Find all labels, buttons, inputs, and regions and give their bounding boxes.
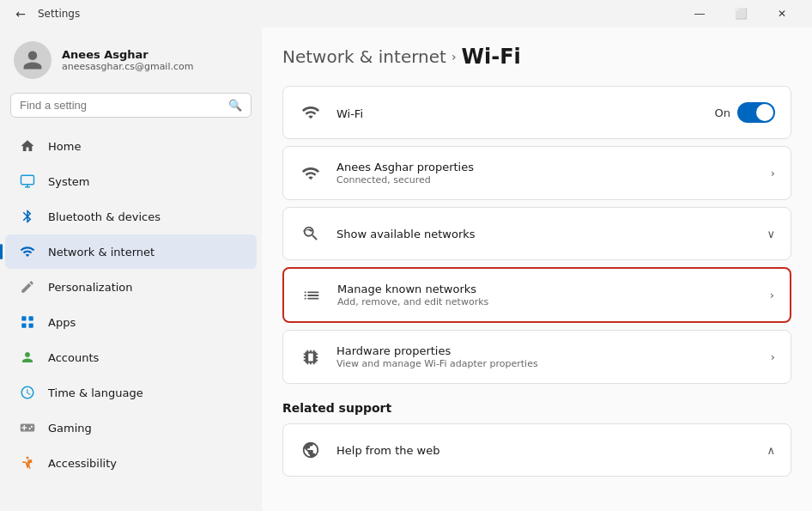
sidebar-item-system[interactable]: System	[5, 164, 257, 198]
wifi-icon	[299, 100, 323, 125]
wifi-card: Wi-Fi On	[282, 86, 791, 139]
show-available-row[interactable]: Show available networks ∨	[283, 208, 791, 259]
sidebar-item-label: Personalization	[48, 281, 133, 294]
svg-rect-3	[21, 324, 26, 328]
sidebar-item-network[interactable]: Network & internet	[5, 234, 257, 269]
home-icon	[19, 137, 36, 155]
sidebar-item-personalization[interactable]: Personalization	[5, 270, 257, 304]
show-available-text: Show available networks	[336, 228, 753, 240]
search-box[interactable]: 🔍	[10, 93, 251, 118]
manage-known-text: Manage known networks Add, remove, and e…	[337, 283, 756, 307]
svg-rect-1	[21, 316, 26, 320]
manage-known-card: Manage known networks Add, remove, and e…	[282, 267, 791, 323]
minimize-button[interactable]: —	[680, 0, 719, 27]
globe-icon	[299, 438, 323, 462]
time-icon	[19, 384, 36, 401]
bluetooth-icon	[19, 208, 36, 225]
hardware-props-row[interactable]: Hardware properties View and manage Wi-F…	[283, 331, 791, 383]
page-title: Wi-Fi	[462, 45, 521, 69]
gaming-icon	[19, 419, 36, 436]
wifi-row[interactable]: Wi-Fi On	[283, 87, 791, 138]
search-input[interactable]	[20, 99, 221, 112]
sidebar-item-label: Gaming	[48, 422, 92, 435]
system-icon	[19, 173, 36, 190]
svg-rect-2	[29, 316, 33, 320]
network-icon	[19, 243, 36, 260]
app-body: Anees Asghar aneesasghar.cs@gmail.com 🔍 …	[0, 27, 812, 511]
chevron-down-icon: ∨	[767, 228, 775, 240]
sidebar-item-apps[interactable]: Apps	[5, 305, 257, 339]
sidebar-item-gaming[interactable]: Gaming	[5, 411, 257, 445]
toggle-track[interactable]	[737, 102, 775, 123]
anees-properties-text: Anees Asghar properties Connected, secur…	[336, 161, 757, 186]
manage-known-row[interactable]: Manage known networks Add, remove, and e…	[284, 269, 790, 321]
avatar	[14, 41, 52, 79]
wifi-title: Wi-Fi	[336, 105, 701, 121]
chevron-right-icon: ›	[771, 167, 775, 179]
apps-icon	[19, 313, 36, 331]
user-name: Anees Asghar	[62, 48, 193, 61]
search-icon: 🔍	[228, 99, 242, 112]
list-icon	[300, 283, 324, 307]
personalization-icon	[19, 278, 36, 295]
app-title: Settings	[38, 8, 80, 20]
user-section: Anees Asghar aneesasghar.cs@gmail.com	[0, 27, 262, 93]
chevron-right-icon: ›	[771, 350, 775, 363]
sidebar-nav: Home System Bluetooth & devices Network …	[0, 128, 262, 511]
sidebar-item-label: Network & internet	[48, 246, 155, 259]
help-web-row[interactable]: Help from the web ∧	[283, 424, 791, 476]
user-email: aneesasghar.cs@gmail.com	[62, 61, 193, 72]
maximize-button[interactable]: ⬜	[721, 0, 760, 27]
main-content: Network & internet › Wi-Fi Wi-Fi On	[262, 27, 812, 511]
hardware-properties-card: Hardware properties View and manage Wi-F…	[282, 330, 791, 384]
chevron-right-icon: ›	[770, 289, 774, 301]
back-button[interactable]: ←	[10, 3, 31, 24]
sidebar-item-time[interactable]: Time & language	[5, 375, 257, 410]
close-button[interactable]: ✕	[762, 0, 802, 27]
toggle-label: On	[715, 106, 730, 119]
sidebar-item-label: Accounts	[48, 351, 99, 364]
svg-point-5	[27, 457, 29, 459]
wifi-toggle[interactable]: On	[715, 102, 775, 123]
wifi-secure-icon	[299, 161, 323, 186]
svg-rect-0	[21, 175, 34, 185]
help-web-text: Help from the web	[336, 444, 753, 457]
show-available-card: Show available networks ∨	[282, 207, 791, 260]
chevron-up-icon: ∧	[767, 444, 775, 457]
connected-network-card: Anees Asghar properties Connected, secur…	[282, 146, 791, 200]
sidebar: Anees Asghar aneesasghar.cs@gmail.com 🔍 …	[0, 27, 262, 511]
sidebar-item-label: Bluetooth & devices	[48, 210, 161, 223]
breadcrumb-parent: Network & internet	[282, 46, 446, 67]
sidebar-item-home[interactable]: Home	[5, 129, 257, 163]
svg-rect-4	[29, 324, 33, 328]
breadcrumb-chevron: ›	[451, 50, 457, 64]
sidebar-item-label: Home	[48, 140, 81, 153]
wifi-list-icon	[299, 222, 323, 246]
toggle-thumb	[756, 104, 773, 121]
accessibility-icon	[19, 454, 36, 471]
anees-properties-row[interactable]: Anees Asghar properties Connected, secur…	[283, 147, 791, 199]
sidebar-item-accessibility[interactable]: Accessibility	[5, 446, 257, 480]
sidebar-item-label: Apps	[48, 316, 76, 329]
accounts-icon	[19, 349, 36, 366]
hardware-props-text: Hardware properties View and manage Wi-F…	[336, 344, 757, 369]
sidebar-item-label: System	[48, 175, 89, 188]
sidebar-item-label: Accessibility	[48, 457, 117, 470]
sidebar-item-label: Time & language	[48, 386, 143, 399]
related-support-label: Related support	[282, 401, 791, 415]
sidebar-item-bluetooth[interactable]: Bluetooth & devices	[5, 199, 257, 234]
user-info: Anees Asghar aneesasghar.cs@gmail.com	[62, 48, 193, 72]
breadcrumb: Network & internet › Wi-Fi	[282, 45, 791, 69]
sidebar-item-accounts[interactable]: Accounts	[5, 340, 257, 374]
window-controls: — ⬜ ✕	[680, 0, 802, 27]
titlebar: ← Settings — ⬜ ✕	[0, 0, 812, 27]
help-web-card: Help from the web ∧	[282, 423, 791, 477]
chip-icon	[299, 345, 323, 369]
